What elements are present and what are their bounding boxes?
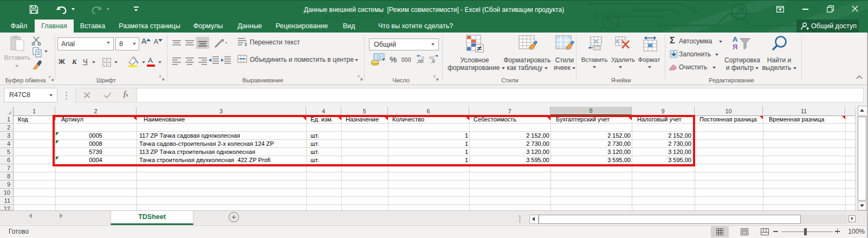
svg-text:А: А [733, 35, 738, 43]
svg-text:0: 0 [422, 55, 424, 60]
svg-text:,0: ,0 [431, 59, 435, 64]
svg-text:Я: Я [733, 43, 737, 51]
